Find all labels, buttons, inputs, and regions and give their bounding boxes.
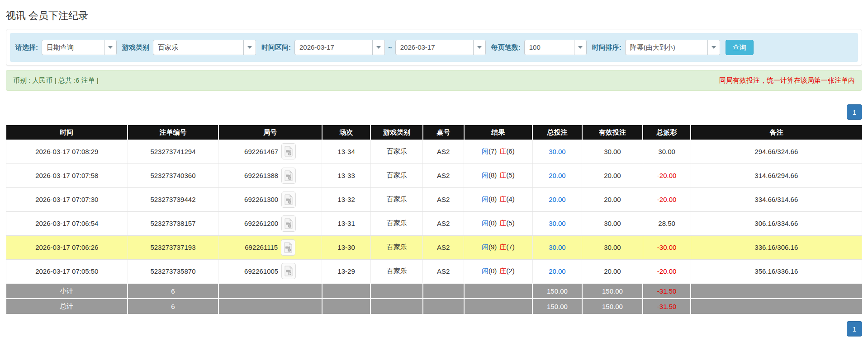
result-player: 闲 xyxy=(482,195,489,203)
result-banker: 庄 xyxy=(499,171,506,179)
cell-footer-valid-bet: 150.00 xyxy=(582,283,643,299)
cell-time: 2026-03-17 07:06:26 xyxy=(6,235,128,259)
chevron-down-icon[interactable] xyxy=(707,40,720,55)
chevron-down-icon[interactable] xyxy=(104,40,116,55)
cell-payout: -20.00 xyxy=(643,164,691,187)
round-no-value: 692261388 xyxy=(244,172,278,179)
chevron-down-icon[interactable] xyxy=(574,40,586,55)
cell-footer-count: 6 xyxy=(128,283,218,299)
column-header-total-bet: 总投注 xyxy=(532,125,582,140)
column-header-table-no: 桌号 xyxy=(423,125,464,140)
cell-empty xyxy=(423,299,464,314)
table-footer: 小计6150.00150.00-31.50总计6150.00150.00-31.… xyxy=(6,283,862,314)
cell-result: 闲(0)庄(2) xyxy=(464,259,532,283)
result-player: 闲 xyxy=(482,171,489,179)
video-replay-button[interactable] xyxy=(281,239,295,256)
cell-empty xyxy=(423,283,464,299)
cell-note: 294.66/324.66 xyxy=(691,140,862,164)
video-replay-button[interactable] xyxy=(281,143,296,159)
chevron-down-icon[interactable] xyxy=(372,40,384,55)
per-page-select[interactable]: 100 xyxy=(524,40,587,55)
table-row: 2026-03-17 07:05:50523273735870692261005… xyxy=(6,259,862,283)
cell-empty xyxy=(218,283,322,299)
result-banker: 庄 xyxy=(499,219,506,227)
cell-empty xyxy=(322,283,371,299)
cell-total-bet: 20.00 xyxy=(532,187,582,211)
result-banker-points: (5) xyxy=(506,219,514,227)
time-sort-select[interactable]: 降幂(由大到小) xyxy=(625,40,720,55)
film-file-icon xyxy=(284,266,293,276)
date-from-select[interactable]: 2026-03-17 xyxy=(294,40,385,55)
cell-round-no: 692261005 xyxy=(218,259,322,283)
cell-bet-no: 523273739442 xyxy=(128,187,218,211)
round-no-wrap: 692261115 xyxy=(220,239,320,256)
page-1-button[interactable]: 1 xyxy=(847,104,862,120)
cell-bet-no: 523273737193 xyxy=(128,235,218,259)
chevron-down-icon[interactable] xyxy=(243,40,256,55)
video-replay-button[interactable] xyxy=(281,215,296,232)
query-mode-select[interactable]: 日期查询 xyxy=(42,40,117,55)
cell-footer-label: 小计 xyxy=(6,283,128,299)
round-no-wrap: 692261467 xyxy=(220,143,320,159)
cell-empty xyxy=(691,299,862,314)
cell-note: 356.16/336.16 xyxy=(691,259,862,283)
result-player-points: (8) xyxy=(489,171,497,179)
column-header-round-no: 局号 xyxy=(218,125,322,140)
result-banker-points: (5) xyxy=(506,171,514,179)
cell-session: 13-33 xyxy=(322,164,371,187)
cell-game-type: 百家乐 xyxy=(370,187,422,211)
video-replay-button[interactable] xyxy=(281,168,296,184)
cell-valid-bet: 30.00 xyxy=(582,235,643,259)
cell-game-type: 百家乐 xyxy=(370,140,422,164)
result-player: 闲 xyxy=(482,243,489,251)
table-row: 2026-03-17 07:07:30523273739442692261300… xyxy=(6,187,862,211)
pagination-top: 1 xyxy=(6,104,862,120)
game-type-value: 百家乐 xyxy=(153,40,243,55)
column-header-valid-bet: 有效投注 xyxy=(582,125,643,140)
result-banker-points: (2) xyxy=(506,267,514,275)
cell-round-no: 692261300 xyxy=(218,187,322,211)
time-sort-label: 时间排序: xyxy=(592,43,621,52)
table-row: 2026-03-17 07:06:54523273738157692261200… xyxy=(6,211,862,235)
chevron-down-icon[interactable] xyxy=(473,40,485,55)
cell-payout: -30.00 xyxy=(643,235,691,259)
search-button[interactable]: 查询 xyxy=(726,40,754,55)
page-title: 视讯 会员下注纪录 xyxy=(6,9,862,23)
cell-table-no: AS2 xyxy=(423,259,464,283)
cell-game-type: 百家乐 xyxy=(370,235,422,259)
round-no-value: 692261300 xyxy=(244,196,278,203)
result-banker: 庄 xyxy=(499,243,506,251)
result-banker-points: (6) xyxy=(506,147,514,155)
cell-footer-valid-bet: 150.00 xyxy=(582,299,643,314)
cell-time: 2026-03-17 07:06:54 xyxy=(6,211,128,235)
cell-bet-no: 523273740360 xyxy=(128,164,218,187)
page-1-button[interactable]: 1 xyxy=(847,321,862,337)
cell-round-no: 692261200 xyxy=(218,211,322,235)
result-banker: 庄 xyxy=(499,147,506,155)
date-to-select[interactable]: 2026-03-17 xyxy=(395,40,486,55)
cell-round-no: 692261467 xyxy=(218,140,322,164)
game-type-select[interactable]: 百家乐 xyxy=(153,40,256,55)
cell-empty xyxy=(691,283,862,299)
cell-bet-no: 523273738157 xyxy=(128,211,218,235)
cell-empty xyxy=(218,299,322,314)
header-row: 时间注单编号局号场次游戏类别桌号结果总投注有效投注总派彩备注 xyxy=(6,125,862,140)
grand-total-row: 总计6150.00150.00-31.50 xyxy=(6,299,862,314)
per-page-label: 每页笔数: xyxy=(491,43,521,52)
table-row: 2026-03-17 07:07:58523273740360692261388… xyxy=(6,164,862,187)
film-file-icon xyxy=(284,194,293,205)
table-row: 2026-03-17 07:06:26523273737193692261115… xyxy=(6,235,862,259)
bet-records-table: 时间注单编号局号场次游戏类别桌号结果总投注有效投注总派彩备注 2026-03-1… xyxy=(6,125,862,314)
cell-result: 闲(8)庄(5) xyxy=(464,164,532,187)
cell-bet-no: 523273735870 xyxy=(128,259,218,283)
cell-valid-bet: 30.00 xyxy=(582,211,643,235)
range-separator: ~ xyxy=(388,44,392,51)
round-no-value: 692261115 xyxy=(245,243,278,251)
video-replay-button[interactable] xyxy=(281,263,296,279)
filter-panel: 请选择: 日期查询 游戏类别 百家乐 时间区间: 2026-03-17 ~ 20… xyxy=(6,29,862,66)
round-no-value: 692261467 xyxy=(244,148,278,155)
round-no-wrap: 692261300 xyxy=(220,192,320,208)
column-header-result: 结果 xyxy=(464,125,532,140)
video-replay-button[interactable] xyxy=(281,192,296,208)
cell-payout: 30.00 xyxy=(643,140,691,164)
